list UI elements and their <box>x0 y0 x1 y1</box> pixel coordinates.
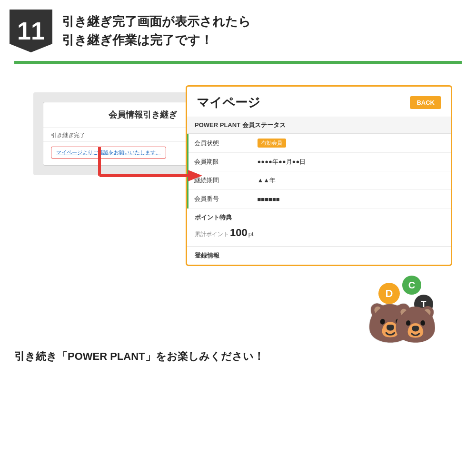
value-member-duration: ▲▲年 <box>250 171 451 190</box>
points-row: 累計ポイント 100 pt <box>195 225 443 243</box>
points-label: 累計ポイント <box>195 230 229 238</box>
mascot-circle-d: D <box>378 283 400 304</box>
value-member-number: ■■■■■■ <box>250 190 451 208</box>
member-status-section: POWER PLANT 会員ステータス <box>187 117 451 134</box>
mascot-area: D C T 🐻 🐻 <box>352 271 438 342</box>
table-row: 会員期限 ●●●●年●●月●●日 <box>188 153 451 171</box>
table-row: 会員番号 ■■■■■■ <box>188 190 451 208</box>
mypage-header: マイページ BACK <box>187 87 451 117</box>
member-status-table: 会員状態 有効会員 会員期限 ●●●●年●●月●●日 継続期間 ▲▲年 会員番号… <box>187 134 451 208</box>
back-button[interactable]: BACK <box>410 96 441 109</box>
value-member-expiry: ●●●●年●●月●●日 <box>250 153 451 171</box>
points-value: 100 <box>230 227 248 239</box>
register-section: 登録情報 <box>187 247 451 265</box>
points-section-title: ポイント特典 <box>195 213 443 222</box>
value-member-status: 有効会員 <box>250 134 451 153</box>
table-row: 継続期間 ▲▲年 <box>188 171 451 190</box>
step-title: 引き継ぎ完了画面が表示されたら 引き継ぎ作業は完了です！ <box>62 12 251 50</box>
step-number: 11 <box>10 10 52 52</box>
svg-marker-2 <box>188 170 202 181</box>
points-section: ポイント特典 累計ポイント 100 pt <box>187 208 451 247</box>
points-unit: pt <box>248 230 254 238</box>
mypage-card: マイページ BACK POWER PLANT 会員ステータス 会員状態 有効会員… <box>186 85 452 266</box>
green-divider <box>14 61 462 64</box>
mascot-body-brown: 🐻 <box>393 307 438 342</box>
mascot-circle-c: C <box>402 276 421 295</box>
arrow-svg <box>98 147 202 185</box>
status-badge: 有効会員 <box>258 139 286 148</box>
register-label: 登録情報 <box>195 251 443 260</box>
mypage-title: マイページ <box>197 94 260 111</box>
diagram-area: 会員情報引き継ぎ 引き継ぎ完了 マイページよりご確認をお願いいたします。 マイペ… <box>24 78 452 345</box>
footer-text: 引き続き「POWER PLANT」をお楽しみください！ <box>0 345 476 368</box>
step-header: 11 引き継ぎ完了画面が表示されたら 引き継ぎ作業は完了です！ <box>0 0 476 57</box>
main-content: 会員情報引き継ぎ 引き継ぎ完了 マイページよりご確認をお願いいたします。 マイペ… <box>0 73 476 345</box>
table-row: 会員状態 有効会員 <box>188 134 451 153</box>
label-member-number: 会員番号 <box>188 190 250 208</box>
